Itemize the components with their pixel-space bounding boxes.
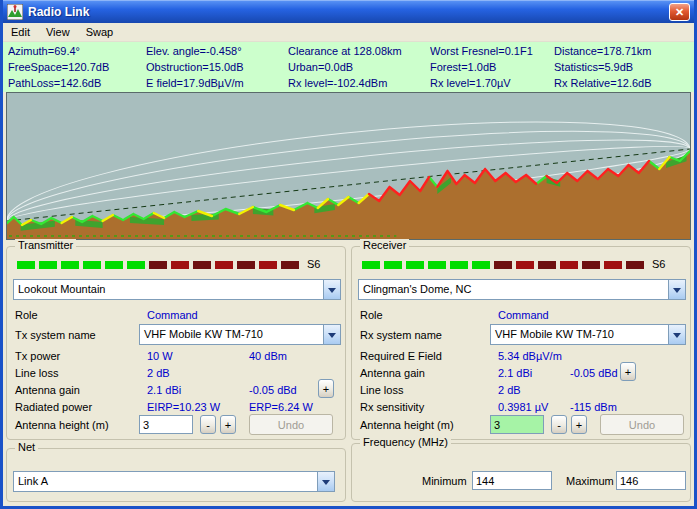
- stat-efield: E field=17.9dBµV/m: [146, 77, 288, 89]
- tx-role-label: Role: [15, 309, 38, 321]
- chevron-down-icon[interactable]: [323, 280, 340, 299]
- tx-height-increment-button[interactable]: +: [220, 415, 236, 434]
- meter-segment: [428, 261, 446, 269]
- rx-system-combobox[interactable]: VHF Mobile KW TM-710: [490, 324, 686, 345]
- tx-antenna-gain-dbi: 2.1 dBi: [147, 384, 181, 396]
- terrain-profile-svg: [7, 93, 690, 239]
- tx-system-combobox[interactable]: VHF Mobile KW TM-710: [139, 324, 341, 345]
- frequency-group-title: Frequency (MHz): [360, 436, 451, 448]
- tx-system-value: VHF Mobile KW TM-710: [140, 325, 323, 344]
- meter-segment: [472, 261, 490, 269]
- rx-system-label: Rx system name: [360, 329, 442, 341]
- rx-sensitivity-dbm: -115 dBm: [570, 401, 617, 413]
- rx-sensitivity-uv: 0.3981 µV: [498, 401, 548, 413]
- rx-height-decrement-button[interactable]: -: [551, 415, 567, 434]
- stat-rx-relative: Rx Relative=12.6dB: [554, 77, 694, 89]
- terrain-profile-panel[interactable]: [6, 92, 691, 240]
- meter-segment: [39, 261, 57, 269]
- stat-statistics: Statistics=5.9dB: [554, 61, 694, 73]
- rx-required-efield-value: 5.34 dBµV/m: [498, 350, 562, 362]
- tx-erp-value: ERP=6.24 W: [249, 401, 313, 413]
- meter-segment: [450, 261, 468, 269]
- stat-urban: Urban=0.0dB: [288, 61, 430, 73]
- rx-site-value: Clingman's Dome, NC: [359, 280, 668, 299]
- frequency-group: Frequency (MHz) Minimum Maximum: [351, 443, 691, 502]
- tx-role-value[interactable]: Command: [147, 309, 198, 321]
- app-icon: [7, 4, 23, 20]
- stat-azimuth: Azimuth=69.4°: [8, 45, 146, 57]
- stat-clearance: Clearance at 128.08km: [288, 45, 430, 57]
- chevron-down-icon[interactable]: [668, 280, 685, 299]
- meter-segment: [384, 261, 402, 269]
- stat-rx-level-uv: Rx level=1.70µV: [430, 77, 554, 89]
- rx-site-combobox[interactable]: Clingman's Dome, NC: [358, 279, 686, 300]
- meter-segment: [582, 261, 600, 269]
- tx-undo-button[interactable]: Undo: [249, 414, 333, 435]
- rx-antenna-gain-dbi: 2.1 dBi: [498, 367, 532, 379]
- menu-swap[interactable]: Swap: [78, 24, 122, 40]
- chevron-down-icon[interactable]: [317, 472, 334, 491]
- frequency-maximum-input[interactable]: [616, 471, 686, 490]
- meter-segment: [362, 261, 380, 269]
- meter-segment: [516, 261, 534, 269]
- tx-power-dbm: 40 dBm: [249, 350, 287, 362]
- meter-segment: [538, 261, 556, 269]
- tx-antenna-gain-dbd: -0.05 dBd: [249, 384, 297, 396]
- rx-required-efield-label: Required E Field: [360, 350, 442, 362]
- rx-antenna-height-input[interactable]: [490, 415, 544, 434]
- meter-segment: [281, 261, 299, 269]
- menu-bar: Edit View Swap: [3, 23, 694, 42]
- rx-undo-button[interactable]: Undo: [600, 414, 684, 435]
- rx-line-loss-label: Line loss: [360, 384, 403, 396]
- meter-segment: [171, 261, 189, 269]
- tx-line-loss-value: 2 dB: [147, 367, 170, 379]
- meter-segment: [127, 261, 145, 269]
- rx-system-value: VHF Mobile KW TM-710: [491, 325, 668, 344]
- meter-segment: [237, 261, 255, 269]
- link-statistics-panel: Azimuth=69.4° Elev. angle=-0.458° Cleara…: [3, 42, 694, 92]
- chevron-down-icon[interactable]: [668, 325, 685, 344]
- rx-signal-label: S6: [652, 258, 665, 270]
- receiver-group-title: Receiver: [360, 239, 409, 251]
- stat-elev-angle: Elev. angle=-0.458°: [146, 45, 288, 57]
- rx-height-increment-button[interactable]: +: [571, 415, 587, 434]
- rx-antenna-gain-dbd: -0.05 dBd: [570, 367, 618, 379]
- tx-antenna-height-label: Antenna height (m): [15, 419, 109, 431]
- window-title: Radio Link: [28, 5, 89, 19]
- tx-antenna-gain-label: Antenna gain: [15, 384, 80, 396]
- frequency-maximum-label: Maximum: [566, 475, 614, 487]
- frequency-minimum-input[interactable]: [472, 471, 552, 490]
- tx-eirp-value: EIRP=10.23 W: [147, 401, 220, 413]
- tx-site-combobox[interactable]: Lookout Mountain: [13, 279, 341, 300]
- net-combobox[interactable]: Link A: [13, 471, 335, 492]
- meter-segment: [215, 261, 233, 269]
- tx-antenna-height-input[interactable]: [139, 415, 193, 434]
- stat-distance: Distance=178.71km: [554, 45, 694, 57]
- rx-antenna-gain-plus-button[interactable]: +: [620, 362, 636, 381]
- rx-sensitivity-label: Rx sensitivity: [360, 401, 424, 413]
- meter-segment: [149, 261, 167, 269]
- tx-signal-label: S6: [307, 258, 320, 270]
- stat-rx-level-dbm: Rx level=-102.4dBm: [288, 77, 430, 89]
- chevron-down-icon[interactable]: [323, 325, 340, 344]
- transmitter-group-title: Transmitter: [15, 239, 76, 251]
- tx-power-label: Tx power: [15, 350, 60, 362]
- meter-segment: [193, 261, 211, 269]
- tx-power-watts: 10 W: [147, 350, 173, 362]
- tx-antenna-gain-plus-button[interactable]: +: [318, 379, 334, 398]
- title-bar[interactable]: Radio Link ✕: [3, 0, 694, 23]
- menu-view[interactable]: View: [38, 24, 78, 40]
- net-group-title: Net: [15, 441, 38, 453]
- stat-pathloss: PathLoss=142.6dB: [8, 77, 146, 89]
- meter-segment: [494, 261, 512, 269]
- meter-segment: [17, 261, 35, 269]
- rx-antenna-height-label: Antenna height (m): [360, 419, 454, 431]
- receiver-group: Receiver S6 Clingman's Dome, NC Role Com…: [351, 246, 691, 440]
- rx-role-value[interactable]: Command: [498, 309, 549, 321]
- stat-obstruction: Obstruction=15.0dB: [146, 61, 288, 73]
- tx-site-value: Lookout Mountain: [14, 280, 323, 299]
- frequency-minimum-label: Minimum: [422, 475, 467, 487]
- tx-height-decrement-button[interactable]: -: [200, 415, 216, 434]
- menu-edit[interactable]: Edit: [3, 24, 38, 40]
- close-button[interactable]: ✕: [669, 3, 690, 21]
